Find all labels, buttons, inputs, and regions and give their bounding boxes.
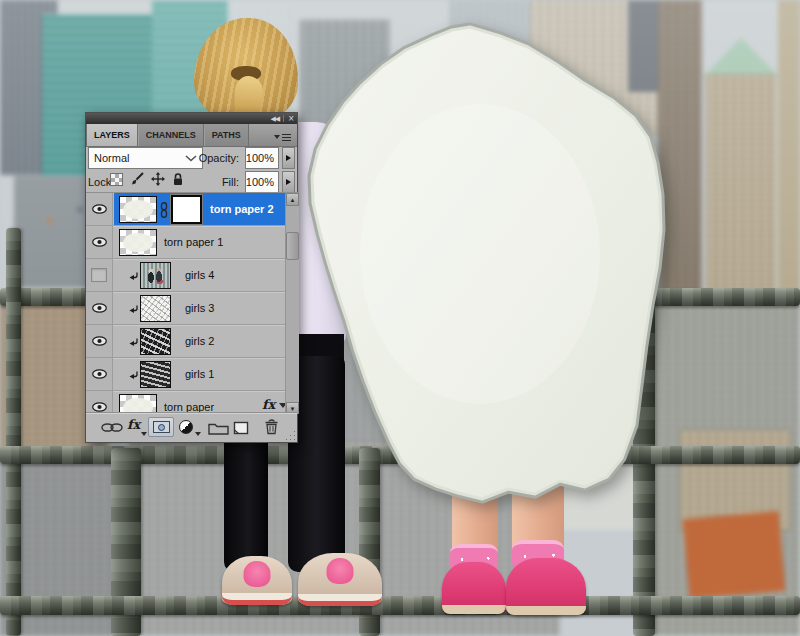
- eye-icon: [92, 402, 107, 412]
- lock-buttons: [110, 172, 184, 186]
- tab-layers[interactable]: LAYERS: [86, 124, 138, 146]
- layer-name[interactable]: torn paper 2: [210, 203, 274, 215]
- layer-row-girls-1[interactable]: girls 1: [86, 358, 285, 391]
- opacity-label: Opacity:: [186, 152, 239, 164]
- layer-row-torn-paper-2[interactable]: torn paper 2: [86, 193, 285, 226]
- close-panel-icon[interactable]: ×: [288, 115, 294, 123]
- lock-pixels-brush-icon[interactable]: [130, 172, 144, 186]
- fill-value-field[interactable]: 100%: [245, 171, 279, 193]
- collapse-panel-icon[interactable]: ◀◀: [270, 115, 279, 122]
- layer-row-girls-2[interactable]: girls 2: [86, 325, 285, 358]
- shoe-accent: [452, 566, 490, 583]
- layer-thumbnail[interactable]: [119, 229, 157, 256]
- layer-row-body: girls 3: [114, 292, 285, 324]
- layer-name[interactable]: girls 2: [185, 335, 214, 347]
- panel-titlebar: ◀◀ ×: [86, 113, 297, 124]
- lock-position-move-icon[interactable]: [151, 172, 165, 186]
- link-layers-icon[interactable]: [101, 422, 123, 433]
- girl-left-shoe: [222, 556, 292, 605]
- girl-right-shoe: [506, 558, 586, 615]
- panel-tabs: LAYERS CHANNELS PATHS: [86, 124, 297, 147]
- clipping-mask-arrow-icon: [129, 305, 139, 315]
- tab-channels[interactable]: CHANNELS: [138, 124, 204, 146]
- layer-thumbnail[interactable]: [140, 262, 171, 289]
- menu-bars-icon: [282, 134, 291, 141]
- thumbnail-paper-preview: [123, 200, 153, 219]
- panel-resize-grip[interactable]: [285, 430, 295, 440]
- layer-row-body: girls 4: [114, 259, 285, 291]
- layer-name[interactable]: torn paper 1: [164, 236, 223, 248]
- layer-row-body: girls 1: [114, 358, 285, 390]
- visibility-toggle[interactable]: [86, 391, 113, 414]
- add-layer-style-icon[interactable]: fx: [127, 417, 140, 432]
- layer-row-torn-paper-1[interactable]: torn paper 1: [86, 226, 285, 259]
- layer-name[interactable]: girls 4: [185, 269, 214, 281]
- blend-mode-value: Normal: [94, 152, 129, 164]
- shoe-sole: [222, 593, 292, 605]
- opacity-value-field[interactable]: 100%: [245, 147, 279, 169]
- eye-icon: [92, 204, 107, 214]
- layer-row-body: girls 2: [114, 325, 285, 357]
- spinner-arrow-icon: [286, 179, 291, 185]
- opacity-spinner-button[interactable]: [282, 147, 295, 169]
- fill-spinner-button[interactable]: [282, 171, 295, 193]
- layer-name[interactable]: girls 1: [185, 368, 214, 380]
- layer-row-girls-4[interactable]: girls 4: [86, 259, 285, 292]
- layer-style-fx-badge[interactable]: fx: [262, 397, 275, 412]
- add-layer-mask-button[interactable]: [148, 417, 174, 437]
- clipping-mask-arrow-icon: [129, 371, 139, 381]
- visibility-toggle[interactable]: [86, 193, 113, 225]
- railing-post: [6, 228, 21, 636]
- visibility-toggle[interactable]: [86, 226, 113, 258]
- girl-left-shoe: [298, 553, 382, 606]
- layer-row-body: torn paper 1: [114, 226, 285, 258]
- layer-list-scrollbar[interactable]: ▲ ▼: [285, 193, 299, 414]
- photoshop-workspace: ◀◀ × LAYERS CHANNELS PATHS Normal Opacit…: [0, 0, 800, 636]
- layer-name[interactable]: girls 3: [185, 302, 214, 314]
- mask-link-chain-icon[interactable]: [159, 202, 169, 218]
- railing-bar-stand: [0, 596, 800, 615]
- eye-icon: [92, 336, 107, 346]
- scroll-up-button[interactable]: ▲: [286, 193, 299, 206]
- clipping-mask-arrow-icon: [129, 272, 139, 282]
- paper-highlight: [360, 104, 600, 404]
- eye-icon: [92, 369, 107, 379]
- clipping-mask-arrow-icon: [129, 338, 139, 348]
- lock-all-icon[interactable]: [172, 172, 184, 186]
- layer-thumbnail[interactable]: [140, 295, 171, 322]
- new-group-folder-icon[interactable]: [208, 421, 229, 435]
- shoe-sole: [506, 606, 586, 615]
- girl-right-shoe: [442, 562, 506, 614]
- fill-label: Fill:: [196, 176, 239, 188]
- eye-icon: [92, 303, 107, 313]
- eye-icon: [92, 237, 107, 247]
- thumbnail-paper-preview: [123, 233, 153, 252]
- shoe-accent: [518, 562, 566, 579]
- layer-row-body: torn paper 2: [114, 193, 285, 225]
- new-adjustment-layer-icon[interactable]: [179, 420, 193, 434]
- delete-layer-trash-icon[interactable]: [264, 419, 279, 435]
- visibility-toggle[interactable]: [86, 325, 113, 357]
- visibility-toggle[interactable]: [86, 358, 113, 390]
- layers-panel: ◀◀ × LAYERS CHANNELS PATHS Normal Opacit…: [85, 112, 298, 443]
- visibility-toggle[interactable]: [86, 292, 113, 324]
- tab-paths[interactable]: PATHS: [204, 124, 249, 146]
- layer-thumbnail[interactable]: [140, 328, 171, 355]
- layer-row-torn-paper[interactable]: torn paper fx: [86, 391, 285, 414]
- empty-visibility-well: [91, 268, 107, 282]
- mask-rect-icon: [153, 421, 170, 433]
- layer-thumbnail[interactable]: [119, 196, 157, 223]
- shoe-heel-patch: [327, 558, 354, 584]
- layer-mask-thumbnail[interactable]: [171, 195, 202, 224]
- torn-paper-graphic: [295, 14, 675, 514]
- visibility-toggle[interactable]: [86, 259, 113, 291]
- scrollbar-thumb[interactable]: [286, 232, 299, 260]
- panel-menu-icon[interactable]: [274, 133, 291, 141]
- shoe-sole: [298, 594, 382, 606]
- layer-row-girls-3[interactable]: girls 3: [86, 292, 285, 325]
- shoe-sole: [442, 605, 506, 614]
- new-layer-icon[interactable]: [233, 420, 250, 435]
- layer-thumbnail[interactable]: [140, 361, 171, 388]
- lock-transparency-icon[interactable]: [110, 173, 123, 186]
- layer-thumbnail[interactable]: [119, 394, 157, 414]
